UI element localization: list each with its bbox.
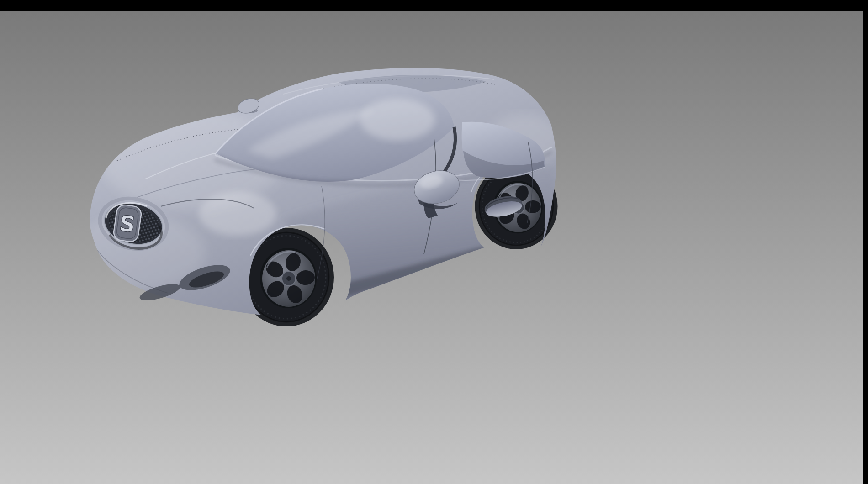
letterbox-top-bar [0, 0, 868, 11]
seat-badge: S [113, 204, 142, 243]
car-render: S [0, 11, 863, 484]
letterbox-right-bar [863, 0, 868, 484]
render-viewport[interactable]: S [0, 11, 863, 484]
